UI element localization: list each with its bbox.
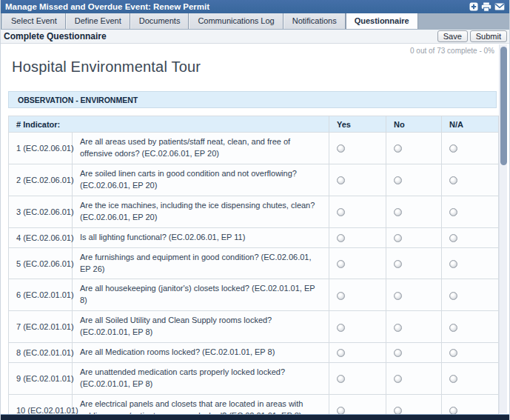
yes-radio[interactable] xyxy=(337,208,345,216)
mail-icon[interactable] xyxy=(494,2,505,11)
yes-radio[interactable] xyxy=(337,144,345,153)
no-radio[interactable] xyxy=(394,349,402,357)
table-row: 9 (EC.02.01.01) Are unattended medicatio… xyxy=(9,363,499,395)
yes-cell xyxy=(329,343,386,363)
na-cell xyxy=(442,164,499,196)
tab-communications-log[interactable]: Communications Log xyxy=(189,13,283,29)
table-row: 5 (EC.02.06.01) Are furnishings and equi… xyxy=(9,247,499,279)
yes-cell xyxy=(329,196,386,227)
na-radio[interactable] xyxy=(449,260,457,268)
no-cell xyxy=(386,363,442,395)
indicator-question: Are all housekeeping (janitor's) closets… xyxy=(73,279,329,311)
na-radio[interactable] xyxy=(449,292,457,300)
bottom-edge-bar xyxy=(1,414,509,420)
table-row: 1 (EC.02.06.01) Are all areas used by pa… xyxy=(9,133,499,164)
tab-notifications[interactable]: Notifications xyxy=(283,13,346,29)
table-row: 2 (EC.02.06.01) Are soiled linen carts i… xyxy=(9,164,499,196)
column-header-indicator: # Indicator: xyxy=(9,116,329,133)
yes-cell xyxy=(329,133,386,164)
no-cell xyxy=(386,311,442,343)
scrollbar-thumb[interactable] xyxy=(500,47,507,165)
yes-radio[interactable] xyxy=(337,176,345,184)
yes-cell xyxy=(329,363,386,395)
yes-cell xyxy=(329,279,386,311)
na-cell xyxy=(442,247,499,279)
yes-radio[interactable] xyxy=(337,324,345,332)
na-radio[interactable] xyxy=(449,349,457,357)
no-cell xyxy=(386,227,442,247)
indicator-number: 6 (EC.02.01.01) xyxy=(9,279,73,311)
indicator-question: Are furnishings and equipment in good co… xyxy=(73,247,329,279)
vertical-scrollbar[interactable] xyxy=(499,44,507,413)
no-radio[interactable] xyxy=(394,375,402,383)
add-icon[interactable] xyxy=(469,2,478,11)
yes-radio[interactable] xyxy=(337,234,345,242)
no-cell xyxy=(386,164,442,196)
tab-questionnaire[interactable]: Questionnaire xyxy=(346,13,418,29)
na-radio[interactable] xyxy=(449,375,457,383)
no-cell xyxy=(386,247,442,279)
no-radio[interactable] xyxy=(394,208,402,216)
na-cell xyxy=(442,343,499,363)
indicator-question: Are the ice machines, including the ice … xyxy=(73,196,329,227)
tab-label: Questionnaire xyxy=(355,16,409,25)
no-cell xyxy=(386,133,442,164)
questionnaire-table: # Indicator: Yes No N/A 1 (EC.02.06.01) … xyxy=(8,116,499,420)
no-radio[interactable] xyxy=(394,324,402,332)
yes-radio[interactable] xyxy=(337,260,345,268)
na-radio[interactable] xyxy=(449,324,457,332)
indicator-number: 7 (EC.02.01.01) xyxy=(9,311,73,343)
na-cell xyxy=(442,311,499,343)
indicator-number: 2 (EC.02.06.01) xyxy=(9,164,73,196)
yes-radio[interactable] xyxy=(337,292,345,300)
indicator-number: 4 (EC.02.06.01) xyxy=(9,227,73,247)
window-titlebar: Manage Missed and Overdue Event: Renew P… xyxy=(1,0,509,13)
tab-select-event[interactable]: Select Event xyxy=(2,13,66,29)
indicator-question: Are all Soiled Utility and Clean Supply … xyxy=(73,311,329,343)
na-cell xyxy=(442,196,499,227)
progress-text: 0 out of 73 complete - 0% xyxy=(410,47,494,55)
na-radio[interactable] xyxy=(449,234,457,242)
submit-button[interactable]: Submit xyxy=(470,30,507,42)
table-row: 8 (EC.02.01.01) Are all Medication rooms… xyxy=(9,343,499,363)
tab-strip: Select Event Define Event Documents Comm… xyxy=(1,13,509,30)
indicator-number: 1 (EC.02.06.01) xyxy=(9,133,73,164)
na-cell xyxy=(442,363,499,395)
tab-define-event[interactable]: Define Event xyxy=(66,13,130,29)
na-cell xyxy=(442,279,499,311)
na-cell xyxy=(442,227,499,247)
no-radio[interactable] xyxy=(394,176,402,184)
indicator-number: 8 (EC.02.01.01) xyxy=(9,343,73,363)
table-row: 7 (EC.02.01.01) Are all Soiled Utility a… xyxy=(9,311,499,343)
tab-label: Communications Log xyxy=(198,16,274,25)
tab-label: Notifications xyxy=(292,16,337,25)
yes-cell xyxy=(329,247,386,279)
indicator-question: Are all Medication rooms locked? (EC.02.… xyxy=(73,343,329,363)
tab-documents[interactable]: Documents xyxy=(130,13,189,29)
no-cell xyxy=(386,196,442,227)
indicator-question: Is all lighting functional? (EC.02.06.01… xyxy=(73,227,329,247)
na-radio[interactable] xyxy=(449,144,457,153)
na-radio[interactable] xyxy=(449,208,457,216)
no-radio[interactable] xyxy=(394,292,402,300)
no-radio[interactable] xyxy=(394,144,402,153)
indicator-question: Are all areas used by patients/staff nea… xyxy=(73,133,329,164)
table-body: 1 (EC.02.06.01) Are all areas used by pa… xyxy=(9,133,499,420)
print-icon[interactable] xyxy=(481,2,491,12)
no-cell xyxy=(386,343,442,363)
save-button[interactable]: Save xyxy=(437,30,468,42)
na-cell xyxy=(442,133,499,164)
no-cell xyxy=(386,279,442,311)
no-radio[interactable] xyxy=(394,260,402,268)
yes-radio[interactable] xyxy=(337,375,345,383)
indicator-number: 9 (EC.02.01.01) xyxy=(9,363,73,395)
table-row: 4 (EC.02.06.01) Is all lighting function… xyxy=(9,227,499,247)
column-header-no: No xyxy=(386,116,442,133)
indicator-number: 3 (EC.02.06.01) xyxy=(9,196,73,227)
toolbar-title: Complete Questionnaire xyxy=(4,31,107,41)
no-radio[interactable] xyxy=(394,234,402,242)
na-radio[interactable] xyxy=(449,176,457,184)
indicator-question: Are soiled linen carts in good condition… xyxy=(73,164,329,196)
yes-cell xyxy=(329,164,386,196)
yes-radio[interactable] xyxy=(337,349,345,357)
